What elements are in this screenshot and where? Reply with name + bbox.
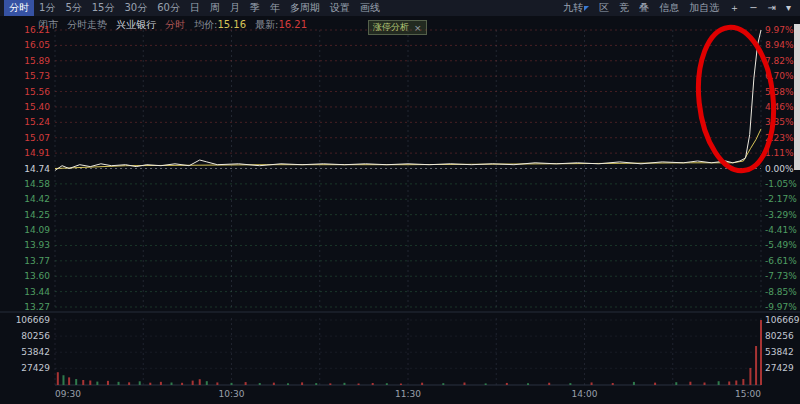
volume-bar <box>57 372 59 385</box>
intraday-chart[interactable]: 16.219.97%16.058.94%15.897.82%15.736.70%… <box>0 0 800 404</box>
volume-bar <box>89 380 91 385</box>
volume-bar <box>633 382 635 385</box>
volume-bar <box>760 320 762 385</box>
percent-tick-label: 6.70% <box>765 71 794 81</box>
volume-bar <box>463 383 465 385</box>
percent-tick-label: 5.58% <box>765 87 794 97</box>
volume-bar <box>343 383 345 385</box>
time-tick-label: 11:30 <box>395 389 421 399</box>
volume-tick-label: 106669 <box>16 315 51 325</box>
volume-bar <box>689 382 691 385</box>
volume-tick-label: 80256 <box>765 331 794 341</box>
volume-bar <box>612 383 614 385</box>
percent-tick-label: -2.17% <box>765 194 797 204</box>
volume-bar <box>315 383 317 385</box>
volume-tick-label: 53842 <box>21 347 50 357</box>
volume-bar <box>149 383 151 385</box>
volume-bar <box>206 381 208 385</box>
volume-bar <box>82 380 84 385</box>
percent-tick-label: 3.35% <box>765 117 794 127</box>
volume-bar <box>273 383 275 385</box>
volume-bar <box>128 382 130 385</box>
volume-bar <box>181 383 183 385</box>
percent-tick-label: -5.49% <box>765 240 797 250</box>
price-tick-label: 13.77 <box>24 256 50 266</box>
volume-bar <box>245 382 247 385</box>
price-tick-label: 14.25 <box>24 210 50 220</box>
volume-bar <box>68 377 70 385</box>
percent-tick-label: -6.61% <box>765 256 797 266</box>
percent-tick-label: -8.85% <box>765 287 797 297</box>
volume-bar <box>755 346 757 385</box>
volume-bar <box>62 375 64 385</box>
window-edge <box>794 24 800 170</box>
volume-bar <box>675 382 677 385</box>
volume-bar <box>569 383 571 385</box>
volume-tick-label: 80256 <box>21 331 50 341</box>
volume-bar <box>654 383 656 385</box>
price-tick-label: 15.07 <box>24 133 50 143</box>
volume-tick-label: 53842 <box>765 347 794 357</box>
price-tick-label: 14.91 <box>24 148 50 158</box>
time-tick-label: 15:00 <box>735 389 761 399</box>
volume-bar <box>742 379 744 385</box>
percent-tick-label: -9.97% <box>765 302 797 312</box>
percent-tick-label: 1.11% <box>765 148 794 158</box>
volume-bar <box>139 381 141 385</box>
volume-bar <box>118 382 120 385</box>
volume-bar <box>506 383 508 385</box>
stock-chart-window: 分时1分5分15分30分60分日周月季年多周期设置画线 九转区竞叠信息加自选＋−… <box>0 0 800 404</box>
volume-bar <box>160 382 162 385</box>
volume-bar <box>735 380 737 385</box>
volume-bar <box>231 383 233 385</box>
volume-bar <box>485 383 487 385</box>
volume-bar <box>749 368 751 385</box>
volume-bar <box>107 381 109 385</box>
volume-bar <box>96 382 98 385</box>
volume-bar <box>527 383 529 385</box>
price-tick-label: 16.05 <box>24 40 50 50</box>
volume-bar <box>329 383 331 385</box>
price-tick-label: 16.21 <box>24 25 50 35</box>
volume-bar <box>421 383 423 385</box>
price-tick-label: 14.58 <box>24 179 50 189</box>
volume-bar <box>170 383 172 385</box>
price-tick-label: 14.42 <box>24 194 50 204</box>
percent-tick-label: 9.97% <box>765 25 794 35</box>
percent-tick-label: 7.82% <box>765 56 794 66</box>
price-tick-label: 13.27 <box>24 302 50 312</box>
volume-bar <box>704 383 706 385</box>
percent-tick-label: -4.41% <box>765 225 797 235</box>
price-tick-label: 15.89 <box>24 56 50 66</box>
percent-tick-label: 0.00% <box>765 164 794 174</box>
volume-bar <box>442 383 444 385</box>
volume-bar <box>372 383 374 385</box>
volume-bar <box>192 381 194 385</box>
price-tick-label: 13.93 <box>24 240 50 250</box>
volume-bar <box>591 382 593 385</box>
percent-tick-label: -1.05% <box>765 179 797 189</box>
volume-bar <box>358 383 360 385</box>
volume-bar <box>75 379 77 385</box>
volume-bar <box>287 383 289 385</box>
price-tick-label: 14.74 <box>24 164 50 174</box>
volume-tick-label: 27429 <box>765 363 794 373</box>
percent-tick-label: 2.23% <box>765 133 794 143</box>
volume-bar <box>199 379 201 385</box>
price-tick-label: 13.60 <box>24 271 50 281</box>
volume-bar <box>718 381 720 385</box>
price-tick-label: 13.44 <box>24 287 50 297</box>
percent-tick-label: -3.29% <box>765 210 797 220</box>
time-tick-label: 09:30 <box>55 389 81 399</box>
price-tick-label: 15.40 <box>24 102 50 112</box>
price-tick-label: 15.24 <box>24 117 50 127</box>
price-tick-label: 15.73 <box>24 71 50 81</box>
time-tick-label: 14:00 <box>572 389 598 399</box>
time-tick-label: 10:30 <box>219 389 245 399</box>
price-tick-label: 14.09 <box>24 225 50 235</box>
volume-bar <box>301 382 303 385</box>
volume-tick-label: 27429 <box>21 363 50 373</box>
percent-tick-label: 8.94% <box>765 40 794 50</box>
percent-tick-label: -7.73% <box>765 271 797 281</box>
volume-bar <box>216 382 218 385</box>
